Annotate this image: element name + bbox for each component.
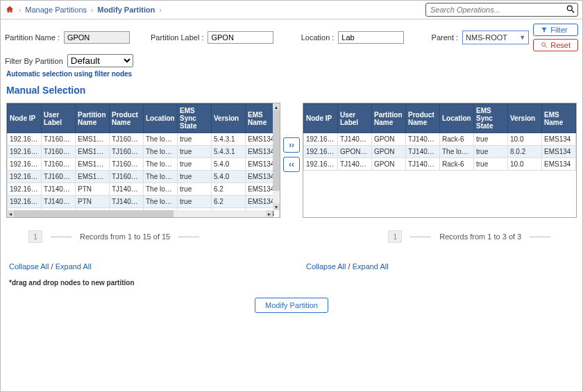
table-cell: EMS134-Def <box>76 158 110 171</box>
move-left-button[interactable]: ‹‹ <box>283 157 300 172</box>
table-cell: EMS134 <box>542 133 576 146</box>
table-cell: true <box>178 133 212 146</box>
table-row[interactable]: 192.168.108TJ1400-1_11GPONTJ1400-1Rack-6… <box>304 133 576 146</box>
table-cell: 192.168.107 <box>8 158 42 171</box>
expand-all-left[interactable]: Expand All <box>56 262 92 271</box>
page-number-right[interactable]: 1 <box>388 230 402 243</box>
expand-all-right[interactable]: Expand All <box>353 262 389 271</box>
column-header[interactable]: Node IP <box>304 104 338 133</box>
table-row[interactable]: 192.168.108TJ1400P_71PTNTJ1400P-DThe loc… <box>8 183 280 196</box>
table-row[interactable]: 192.168.108TJ1400-1_11GPONTJ1400-1Rack-6… <box>304 158 576 171</box>
collapse-all-right[interactable]: Collapse All <box>306 262 346 271</box>
collapse-all-left[interactable]: Collapse All <box>9 262 49 271</box>
column-header[interactable]: Product Name <box>110 104 144 133</box>
section-title: Manual Selection <box>1 80 582 100</box>
pager-divider <box>530 237 550 237</box>
partition-name-input <box>64 31 130 44</box>
scroll-up-icon[interactable]: ▴ <box>273 103 280 110</box>
table-row[interactable]: 192.168.107TJ1600_64EMS134-DefTJ1600_MOD… <box>8 133 280 146</box>
scroll-down-icon[interactable]: ▾ <box>273 203 280 210</box>
page-number-left[interactable]: 1 <box>28 230 42 243</box>
table-cell: 10.0 <box>508 133 542 146</box>
svg-point-2 <box>542 43 546 46</box>
table-cell: GPON <box>372 133 406 146</box>
pager-right-text: Records from 1 to 3 of 3 <box>439 232 521 241</box>
table-row[interactable]: 192.168.106GPON-111GPONTJ14000LTThe loca… <box>304 146 576 158</box>
drag-drop-hint: *drag and drop nodes to new partition <box>1 275 582 291</box>
filter-by-select[interactable]: Default <box>67 54 133 67</box>
scrollbar-horizontal[interactable]: ◂ ▸ <box>7 210 273 217</box>
parent-select-value: NMS-ROOT <box>466 33 507 42</box>
modify-partition-button[interactable]: Modify Partition <box>255 298 328 313</box>
parent-select[interactable]: NMS-ROOT ▼ <box>462 31 529 44</box>
table-cell: The location <box>144 158 178 171</box>
partition-label-input[interactable] <box>208 31 273 44</box>
table-cell: TJ1600-6-66 <box>42 171 76 183</box>
selected-table-wrap[interactable]: Node IPUser LabelPartition NameProduct N… <box>303 103 577 218</box>
table-cell: Rack-6 <box>440 158 474 171</box>
search-icon[interactable] <box>566 4 575 15</box>
table-cell: 6.2 <box>212 183 246 196</box>
table-cell: TJ1600_65_I <box>42 146 76 158</box>
scroll-left-icon[interactable]: ◂ <box>7 210 14 217</box>
pager-divider <box>51 237 71 237</box>
table-cell: EMS134 <box>542 146 576 158</box>
column-header[interactable]: Partition Name <box>372 104 406 133</box>
scroll-right-icon[interactable]: ▸ <box>266 210 273 217</box>
autoselect-link[interactable]: Automatic selection using filter nodes <box>1 69 582 80</box>
table-cell: 192.168.107 <box>8 171 42 183</box>
available-table-wrap[interactable]: Node IPUser LabelPartition NameProduct N… <box>6 103 280 218</box>
table-cell: GPON <box>372 158 406 171</box>
available-table: Node IPUser LabelPartition NameProduct N… <box>7 103 280 218</box>
table-cell: 5.4.0 <box>212 158 246 171</box>
scrollbar-vertical[interactable]: ▴ ▾ <box>273 103 280 210</box>
column-header[interactable]: Location <box>440 104 474 133</box>
table-cell: The location <box>144 146 178 158</box>
column-header[interactable]: EMS Sync State <box>178 104 212 133</box>
column-header[interactable]: EMS Name <box>542 104 576 133</box>
table-row[interactable]: 192.168.107TJ1600-6-66EMS134-DefTJ1600_M… <box>8 171 280 183</box>
table-cell: TJ1600_MOD <box>110 133 144 146</box>
parent-label: Parent : <box>432 33 459 42</box>
table-cell: PTN <box>76 196 110 208</box>
table-cell: TJ1400-1 <box>406 133 440 146</box>
column-header[interactable]: Version <box>212 104 246 133</box>
table-cell: The location <box>144 171 178 183</box>
double-chevron-right-icon: ›› <box>289 140 294 150</box>
column-header[interactable]: Partition Name <box>76 104 110 133</box>
chevron-right-icon: › <box>159 6 161 14</box>
table-row[interactable]: 192.168.108TJ1400P_72PTNTJ1400P-DThe loc… <box>8 196 280 208</box>
svg-point-0 <box>567 6 572 10</box>
column-header[interactable]: User Label <box>338 104 372 133</box>
table-cell: GPON-111 <box>338 146 372 158</box>
column-header[interactable]: Product Name <box>406 104 440 133</box>
table-row[interactable]: 192.168.107TJ1600_63EMS134-DefTJ1600_MOD… <box>8 158 280 171</box>
table-cell: true <box>178 146 212 158</box>
move-right-button[interactable]: ›› <box>283 137 300 153</box>
column-header[interactable]: EMS Sync State <box>474 104 508 133</box>
table-cell: 192.168.106 <box>304 146 338 158</box>
table-cell: TJ1600_63 <box>42 158 76 171</box>
column-header[interactable]: Location <box>144 104 178 133</box>
table-cell: true <box>474 158 508 171</box>
filter-button[interactable]: Filter <box>533 24 578 36</box>
search-input[interactable] <box>425 3 578 17</box>
table-row[interactable]: 192.168.107TJ1600_65_IEMS134-DefTJ1600_M… <box>8 146 280 158</box>
location-input[interactable] <box>338 31 404 44</box>
column-header[interactable]: Node IP <box>8 104 42 133</box>
home-icon[interactable] <box>5 5 15 15</box>
breadcrumb-manage[interactable]: Manage Partitions <box>25 6 87 14</box>
table-cell: 5.4.0 <box>212 171 246 183</box>
table-cell: EMS134-Def <box>76 133 110 146</box>
table-cell: 6.2 <box>212 196 246 208</box>
column-header[interactable]: Version <box>508 104 542 133</box>
table-cell: true <box>178 158 212 171</box>
breadcrumb-modify[interactable]: Modify Partition <box>97 6 155 14</box>
column-header[interactable]: User Label <box>42 104 76 133</box>
table-cell: PTN <box>76 183 110 196</box>
scroll-thumb-v[interactable] <box>273 110 280 191</box>
table-cell: TJ1400-1_11 <box>338 133 372 146</box>
reset-button-label: Reset <box>550 41 571 49</box>
scroll-thumb-h[interactable] <box>14 210 174 217</box>
reset-button[interactable]: Reset <box>533 39 578 51</box>
